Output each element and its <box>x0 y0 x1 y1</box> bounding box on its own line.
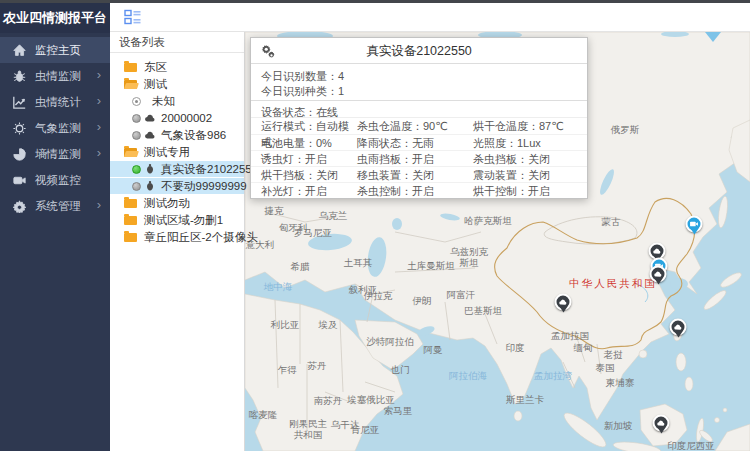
bug-icon <box>144 180 156 192</box>
chevron-right-icon: › <box>97 67 101 82</box>
sidebar-item-label: 虫情监测 <box>35 69 81 84</box>
sun-icon <box>13 122 26 135</box>
gear-icon <box>13 200 26 213</box>
tree-list-toggle-icon[interactable] <box>124 9 141 26</box>
tree-folder-test-region[interactable]: 测试区域-勿删1 <box>110 212 244 228</box>
sidebar: 农业四情测报平台 监控主页 虫情监测 › 虫情统计 › 气象监测 › <box>0 0 110 451</box>
folder-closed-icon <box>124 216 137 225</box>
offline-status-dot <box>132 182 141 191</box>
cloud-icon <box>657 419 666 428</box>
tree-folder-test-nomove[interactable]: 测试勿动 <box>110 195 244 211</box>
chevron-right-icon: › <box>97 145 101 160</box>
folder-closed-icon <box>124 233 137 242</box>
popup-header: 真实设备21022550 <box>251 38 587 64</box>
cloud-icon <box>653 247 662 256</box>
stat-recognized-types: 今日识别种类：1 <box>251 82 587 97</box>
tree-label: 真实设备21022550 <box>161 162 258 177</box>
tree-item-weather-device[interactable]: 20000002 <box>110 110 244 126</box>
map-marker-weather-device[interactable] <box>670 319 687 336</box>
tree-label: 气象设备986 <box>161 128 226 143</box>
map-marker-camera[interactable] <box>686 216 703 233</box>
sidebar-item-label: 系统管理 <box>35 199 81 214</box>
sidebar-item-label: 墒情监测 <box>35 147 81 162</box>
sidebar-item-label: 虫情统计 <box>35 95 81 110</box>
camera-icon <box>690 220 699 229</box>
tree-folder-test[interactable]: 测试 <box>110 76 244 92</box>
sidebar-item-soil-monitor[interactable]: 墒情监测 › <box>0 141 110 167</box>
sidebar-item-pest-monitor[interactable]: 虫情监测 › <box>0 63 110 89</box>
sidebar-item-weather-monitor[interactable]: 气象监测 › <box>0 115 110 141</box>
folder-open-icon <box>124 80 137 89</box>
sidebar-item-label: 气象监测 <box>35 121 81 136</box>
bug-icon <box>144 163 156 175</box>
camera-icon <box>13 174 26 187</box>
pie-icon <box>13 148 26 161</box>
folder-closed-icon <box>124 63 137 72</box>
popup-grid-row: 诱虫灯：开启虫雨挡板：开启杀虫挡板：关闭 <box>251 150 587 166</box>
online-status-dot <box>132 165 141 174</box>
cloud-icon <box>144 129 156 141</box>
sidebar-item-label: 视频监控 <box>35 173 81 188</box>
popup-grid-cell: 杀虫挡板：关闭 <box>473 151 577 167</box>
bug-icon <box>13 70 26 83</box>
sidebar-item-label: 监控主页 <box>35 43 81 58</box>
cloud-icon <box>559 298 568 307</box>
tree-folder-test-special[interactable]: 测试专用 <box>110 144 244 160</box>
tree-label: 测试勿动 <box>144 196 190 211</box>
cogs-settings-icon[interactable] <box>261 44 275 58</box>
device-list-panel: 设备列表 东区 测试 未知 20000002 气象设备98 <box>110 32 245 451</box>
tree-item-weather-device[interactable]: 气象设备986 <box>110 127 244 143</box>
tree-label: 章丘阳丘区-2个摄像头 <box>144 230 258 245</box>
device-status-row: 设备状态：在线 <box>251 101 587 117</box>
popup-grid-cell: 电池电量：0% <box>261 135 357 151</box>
popup-grid-row: 运行模式：自动模式杀虫仓温度：90℃烘干仓温度：87℃ <box>251 118 587 134</box>
popup-grid-cell: 烘干控制：开启 <box>473 183 577 199</box>
tree-folder-zhangqiu[interactable]: 章丘阳丘区-2个摄像头 <box>110 229 244 245</box>
popup-grid-cell: 降雨状态：无雨 <box>357 135 473 151</box>
popup-grid-row: 电池电量：0%降雨状态：无雨光照度：1Lux <box>251 134 587 150</box>
popup-grid-cell: 杀虫控制：开启 <box>357 183 473 199</box>
map-marker-weather-device[interactable] <box>650 266 667 283</box>
popup-parameter-grid: 运行模式：自动模式杀虫仓温度：90℃烘干仓温度：87℃电池电量：0%降雨状态：无… <box>251 117 587 198</box>
top-toolbar <box>110 3 750 32</box>
target-icon <box>132 97 141 106</box>
device-list-header: 设备列表 <box>110 32 244 53</box>
folder-closed-icon <box>124 199 137 208</box>
device-tree: 东区 测试 未知 20000002 气象设备986 测 <box>110 53 244 245</box>
popup-grid-cell: 补光灯：开启 <box>261 183 357 199</box>
tree-label: 东区 <box>144 60 167 75</box>
tree-label: 测试区域-勿删1 <box>144 213 223 228</box>
sidebar-item-monitor-home[interactable]: 监控主页 <box>0 37 110 63</box>
stat-recognized-count: 今日识别数量：4 <box>251 67 587 82</box>
popup-grid-row: 烘干挡板：关闭移虫装置：关闭震动装置：关闭 <box>251 166 587 182</box>
cloud-icon <box>654 270 663 279</box>
popup-grid-cell: 光照度：1Lux <box>473 135 577 151</box>
popup-grid-row: 补光灯：开启杀虫控制：开启烘干控制：开启 <box>251 182 587 198</box>
device-info-popup: 真实设备21022550 今日识别数量：4 今日识别种类：1 设备状态：在线 运… <box>250 37 588 199</box>
popup-grid-cell: 移虫装置：关闭 <box>357 167 473 183</box>
offline-status-dot <box>132 131 141 140</box>
chevron-right-icon: › <box>97 93 101 108</box>
chart-icon <box>13 96 26 109</box>
popup-grid-cell: 烘干挡板：关闭 <box>261 167 357 183</box>
tree-label: 不要动99999999 <box>161 179 247 194</box>
sidebar-item-video-monitor[interactable]: 视频监控 <box>0 167 110 193</box>
popup-title: 真实设备21022550 <box>366 44 472 58</box>
tree-item-real-device[interactable]: 真实设备21022550 <box>110 161 244 177</box>
tree-label: 20000002 <box>161 112 212 124</box>
tree-label: 未知 <box>152 94 175 109</box>
popup-grid-cell: 诱虫灯：开启 <box>261 151 357 167</box>
map-marker-weather-device[interactable] <box>555 294 572 311</box>
popup-grid-cell: 虫雨挡板：开启 <box>357 151 473 167</box>
tree-folder-east[interactable]: 东区 <box>110 59 244 75</box>
window-top-strip <box>0 0 750 3</box>
sidebar-menu: 监控主页 虫情监测 › 虫情统计 › 气象监测 › 墒情监测 › <box>0 37 110 219</box>
sidebar-item-pest-stats[interactable]: 虫情统计 › <box>0 89 110 115</box>
app-window: 农业四情测报平台 监控主页 虫情监测 › 虫情统计 › 气象监测 › <box>0 0 750 451</box>
folder-open-icon <box>124 148 137 157</box>
tree-item-unknown[interactable]: 未知 <box>110 93 244 109</box>
popup-grid-cell: 震动装置：关闭 <box>473 167 577 183</box>
tree-item-donttouch-device[interactable]: 不要动99999999 <box>110 178 244 194</box>
sidebar-item-system-manage[interactable]: 系统管理 › <box>0 193 110 219</box>
map-marker-weather-device[interactable] <box>653 415 670 432</box>
